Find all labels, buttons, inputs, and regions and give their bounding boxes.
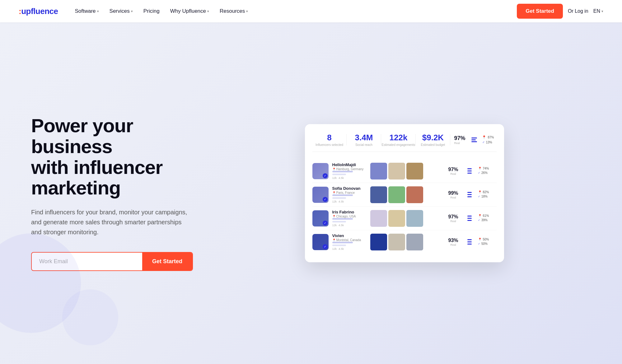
stat-value-reach: 3.4M bbox=[347, 133, 381, 142]
stat-budget: $9.2K Estimated budget bbox=[416, 133, 450, 147]
influencer-stats-bars bbox=[332, 194, 367, 199]
influencer-photo-1 bbox=[370, 163, 387, 180]
nav-right: Get Started Or Log in EN ▾ bbox=[517, 4, 603, 19]
male-stat: ♂ 50% bbox=[478, 242, 497, 245]
influencer-name: Sofia Donovan bbox=[332, 186, 367, 191]
influencer-gender: 📍 50% ♂ 50% bbox=[478, 238, 497, 246]
dashboard-card: 8 Influencers selected 3.4M Social reach… bbox=[305, 124, 504, 262]
chevron-down-icon: ▾ bbox=[131, 9, 133, 13]
score-label: Real bbox=[446, 196, 461, 199]
male-pct: 39% bbox=[481, 218, 488, 222]
influencer-counts: 12k4.5k bbox=[332, 224, 367, 227]
location-pin-icon: 📍 bbox=[332, 191, 336, 194]
female-pct: 50% bbox=[483, 238, 489, 241]
nav-cta-button[interactable]: Get Started bbox=[517, 4, 563, 19]
influencer-photos bbox=[370, 210, 442, 227]
stat-label-reach: Social reach bbox=[347, 143, 381, 147]
influencer-score: 93% Real bbox=[446, 238, 461, 246]
nav-item-resources[interactable]: Resources ▾ bbox=[215, 6, 252, 16]
nav-item-software[interactable]: Software ▾ bbox=[70, 6, 103, 16]
influencer-photo-1 bbox=[370, 234, 387, 250]
hero-right: 8 Influencers selected 3.4M Social reach… bbox=[212, 124, 597, 262]
action-bar-icon bbox=[467, 196, 472, 197]
email-input[interactable] bbox=[32, 253, 142, 270]
influencer-photo-2 bbox=[388, 186, 405, 203]
stat-value-influencers: 8 bbox=[312, 133, 347, 142]
male-stat: ♂ 26% bbox=[478, 171, 497, 175]
male-pct: 18% bbox=[481, 195, 488, 198]
influencer-stats-bars bbox=[332, 218, 367, 222]
logo[interactable]: :upfluence bbox=[19, 7, 58, 16]
score-value: 97% bbox=[446, 214, 461, 220]
stats-row: 8 Influencers selected 3.4M Social reach… bbox=[312, 133, 497, 152]
influencer-photo-3 bbox=[406, 163, 423, 180]
influencer-gender: 📍 74% ♂ 26% bbox=[478, 167, 497, 175]
stat-influencers: 8 Influencers selected bbox=[312, 133, 347, 147]
decorative-blob-2 bbox=[62, 289, 118, 345]
pin-icon: 📍 bbox=[482, 135, 486, 139]
male-icon: ♂ bbox=[482, 140, 484, 144]
influencer-name: Iris Fabrino bbox=[332, 210, 367, 214]
checkmark-icon: ✓ bbox=[323, 173, 328, 178]
navbar: :upfluence Software ▾ Services ▾ Pricing… bbox=[0, 0, 622, 22]
hero-subtext: Find influencers for your brand, monitor… bbox=[31, 207, 193, 237]
chevron-down-icon: ▾ bbox=[601, 9, 603, 13]
influencer-stats-bars bbox=[332, 242, 367, 246]
stat-engagements: 122k Estimated engagements bbox=[381, 133, 415, 147]
influencer-location: 📍 Chicago, USA bbox=[332, 215, 367, 218]
influencer-avatar: ✓ bbox=[312, 163, 329, 179]
influencer-photo-1 bbox=[370, 186, 387, 203]
influencer-avatar: ✓ bbox=[312, 210, 329, 226]
score-label: Real bbox=[446, 172, 461, 175]
influencer-photo-2 bbox=[388, 210, 405, 227]
female-icon: 📍 bbox=[478, 167, 482, 170]
language-selector[interactable]: EN ▾ bbox=[593, 8, 603, 14]
hero-headline: Power your business with influencer mark… bbox=[31, 115, 193, 199]
action-bar-icon bbox=[467, 168, 472, 169]
influencer-photo-2 bbox=[388, 163, 405, 180]
influencer-photo-3 bbox=[406, 186, 423, 203]
stat-reach: 3.4M Social reach bbox=[347, 133, 381, 147]
influencer-actions[interactable] bbox=[465, 239, 474, 245]
influencer-location: 📍 Paris, France bbox=[332, 191, 367, 194]
male-icon: ♂ bbox=[478, 218, 480, 222]
chevron-down-icon: ▾ bbox=[97, 9, 99, 13]
influencer-photo-1 bbox=[370, 210, 387, 227]
influencer-actions[interactable] bbox=[465, 168, 474, 174]
stat-value-engagements: 122k bbox=[381, 133, 415, 142]
female-pct: 61% bbox=[483, 214, 489, 217]
influencer-info: Iris Fabrino 📍 Chicago, USA 12k4.5k bbox=[332, 210, 367, 227]
hero-section: Power your business with influencer mark… bbox=[0, 22, 622, 364]
influencer-photo-2 bbox=[388, 234, 405, 250]
female-stat: 📍 82% bbox=[478, 190, 497, 194]
action-bar-icon bbox=[467, 218, 472, 219]
influencer-photos bbox=[370, 234, 442, 250]
influencer-actions[interactable] bbox=[465, 192, 474, 197]
nav-item-services[interactable]: Services ▾ bbox=[105, 6, 137, 16]
stat-label-engagements: Estimated engagements bbox=[381, 143, 415, 147]
checkmark-icon: ✓ bbox=[323, 221, 328, 226]
male-pct: 50% bbox=[481, 242, 488, 245]
action-bar-icon bbox=[467, 244, 472, 245]
login-link[interactable]: Or Log in bbox=[568, 8, 588, 14]
action-bar-icon bbox=[467, 239, 472, 240]
hero-form: Get Started bbox=[31, 252, 193, 271]
action-bar-icon bbox=[467, 173, 472, 174]
logo-text: :upfluence bbox=[19, 7, 58, 16]
influencer-avatar: ✓ bbox=[312, 187, 329, 203]
nav-item-why[interactable]: Why Upfluence ▾ bbox=[166, 6, 213, 16]
influencer-actions[interactable] bbox=[465, 216, 474, 221]
influencer-photos bbox=[370, 186, 442, 203]
influencer-photo-3 bbox=[406, 210, 423, 227]
influencer-stats-bars bbox=[332, 171, 367, 175]
female-pct: 82% bbox=[483, 190, 489, 194]
hero-cta-button[interactable]: Get Started bbox=[142, 253, 192, 270]
stat-label-influencers: Influencers selected bbox=[312, 143, 347, 147]
male-pct: 26% bbox=[481, 171, 488, 175]
influencer-score: 97% Real bbox=[446, 167, 461, 175]
action-bar-icon bbox=[467, 170, 472, 171]
influencer-photos bbox=[370, 163, 442, 180]
nav-item-pricing[interactable]: Pricing bbox=[139, 6, 164, 16]
male-stat: ♂ 18% bbox=[478, 195, 497, 198]
female-stat: 📍 61% bbox=[478, 214, 497, 217]
